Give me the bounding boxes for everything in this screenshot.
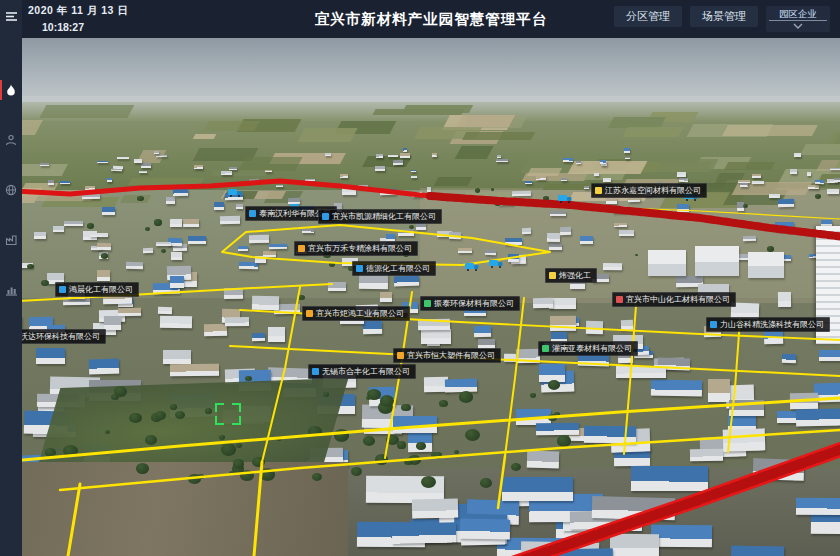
company-marker-icon (710, 321, 717, 328)
company-marker-icon (424, 300, 431, 307)
header-actions: 分区管理 场景管理 园区企业 (614, 6, 830, 32)
dropdown-divider (769, 20, 827, 21)
company-name: 炜强化工 (559, 270, 591, 281)
scene-management-button[interactable]: 场景管理 (690, 6, 758, 27)
company-name: 无锡市合丰化工有限公司 (322, 366, 410, 377)
company-name: 力山谷科精洗涤科技有限公司 (720, 319, 824, 330)
park-enterprise-dropdown[interactable]: 园区企业 (766, 6, 830, 32)
company-label[interactable]: 宜兴市凯源精细化工有限公司 (318, 209, 442, 224)
flame-icon[interactable] (0, 78, 22, 102)
company-label[interactable]: 宜兴市万禾专精涂料有限公司 (294, 241, 418, 256)
company-marker-icon (298, 245, 305, 252)
zone-management-button[interactable]: 分区管理 (614, 6, 682, 27)
truck-icon[interactable] (465, 257, 480, 275)
selection-target-brackets (215, 403, 241, 425)
company-label[interactable]: 江苏永嘉空间材料有限公司 (591, 183, 707, 198)
menu-icon[interactable] (0, 4, 22, 28)
company-label[interactable]: 宜兴市恒大塑件有限公司 (393, 348, 501, 363)
map-3d-view[interactable]: 泰南汉利华有限公司宜兴市凯源精细化工有限公司江苏永嘉空间材料有限公司宜兴市万禾专… (0, 38, 840, 556)
app-window: 泰南汉利华有限公司宜兴市凯源精细化工有限公司江苏永嘉空间材料有限公司宜兴市万禾专… (0, 0, 840, 556)
user-icon[interactable] (0, 128, 22, 152)
company-marker-icon (595, 187, 602, 194)
company-marker-icon (312, 368, 319, 375)
company-label[interactable]: 鸿晨化工有限公司 (55, 282, 139, 297)
chevron-down-icon (793, 23, 803, 29)
company-name: 沃达环保科技有限公司 (20, 331, 100, 342)
company-label[interactable]: 振泰环保材料有限公司 (420, 296, 520, 311)
company-marker-icon (397, 352, 404, 359)
company-label[interactable]: 宜兴市炬鸿工业有限公司 (302, 306, 410, 321)
dropdown-label: 园区企业 (766, 6, 830, 21)
company-name: 灌南亚泰材料有限公司 (552, 343, 632, 354)
company-name: 宜兴市凯源精细化工有限公司 (332, 211, 436, 222)
company-marker-icon (356, 265, 363, 272)
company-name: 江苏永嘉空间材料有限公司 (605, 185, 701, 196)
bar-chart-icon[interactable] (0, 278, 22, 302)
company-marker-icon (549, 272, 556, 279)
company-marker-icon (322, 213, 329, 220)
company-name: 鸿晨化工有限公司 (69, 284, 133, 295)
company-name: 宜兴市万禾专精涂料有限公司 (308, 243, 412, 254)
company-marker-icon (249, 210, 256, 217)
company-name: 宜兴市炬鸿工业有限公司 (316, 308, 404, 319)
top-header-bar: 2020 年 11 月 13 日 10:18:27 宜兴市新材料产业园智慧管理平… (22, 0, 840, 38)
factory-icon[interactable] (0, 228, 22, 252)
truck-icon[interactable] (228, 183, 243, 201)
company-label[interactable]: 无锡市合丰化工有限公司 (308, 364, 416, 379)
company-label[interactable]: 力山谷科精洗涤科技有限公司 (706, 317, 830, 332)
company-name: 宜兴市恒大塑件有限公司 (407, 350, 495, 361)
company-label[interactable]: 宜兴市中山化工材料有限公司 (612, 292, 736, 307)
company-label[interactable]: 炜强化工 (545, 268, 597, 283)
truck-icon[interactable] (489, 254, 504, 272)
company-name: 德源化工有限公司 (366, 263, 430, 274)
truck-icon[interactable] (558, 189, 573, 207)
globe-icon[interactable] (0, 178, 22, 202)
company-marker-icon (542, 345, 549, 352)
company-marker-icon (306, 310, 313, 317)
company-marker-icon (616, 296, 623, 303)
company-marker-icon (59, 286, 66, 293)
company-name: 振泰环保材料有限公司 (434, 298, 514, 309)
company-label[interactable]: 灌南亚泰材料有限公司 (538, 341, 638, 356)
company-label[interactable]: 德源化工有限公司 (352, 261, 436, 276)
left-toolbar (0, 0, 22, 556)
company-name: 宜兴市中山化工材料有限公司 (626, 294, 730, 305)
